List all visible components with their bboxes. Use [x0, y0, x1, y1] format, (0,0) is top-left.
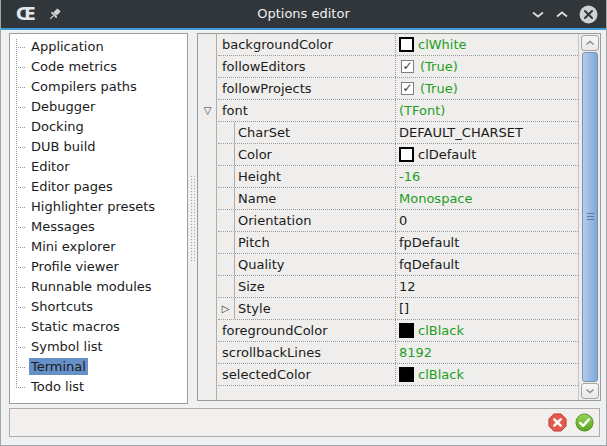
property-value: clBlack	[418, 323, 464, 338]
property-value-cell[interactable]: 0	[396, 210, 578, 231]
property-row[interactable]: scrollbackLines 8192	[218, 342, 578, 364]
property-value: 0	[399, 213, 407, 228]
sidebar-item[interactable]: Code metrics	[10, 57, 187, 77]
scrollbar-up-button[interactable]	[581, 35, 599, 51]
footer-bar	[9, 408, 600, 437]
property-label: backgroundColor	[222, 37, 333, 52]
property-value-cell[interactable]: -16	[396, 166, 578, 187]
sidebar-item-label: Symbol list	[29, 338, 105, 355]
property-value-cell[interactable]: ✓ (True)	[396, 78, 578, 99]
property-value: DEFAULT_CHARSET	[399, 125, 523, 140]
property-row[interactable]: followProjects ✓ (True)	[218, 78, 578, 100]
checkbox[interactable]: ✓	[401, 82, 414, 95]
sidebar-item[interactable]: Editor	[10, 157, 187, 177]
property-value-cell[interactable]: clBlack	[396, 320, 578, 341]
close-button[interactable]	[579, 5, 598, 24]
property-row[interactable]: CharSet DEFAULT_CHARSET	[218, 122, 578, 144]
property-row[interactable]: Size 12	[218, 276, 578, 298]
property-label-cell: followProjects	[218, 78, 396, 99]
sidebar-item[interactable]: Shortcuts	[10, 297, 187, 317]
property-row[interactable]: backgroundColor clWhite	[218, 34, 578, 56]
property-label-cell: font	[218, 100, 396, 121]
sidebar-item[interactable]: Application	[10, 37, 187, 57]
expand-arrow-icon[interactable]: ▷	[219, 302, 232, 315]
scrollbar-thumb[interactable]	[582, 52, 598, 382]
property-value-cell[interactable]: 8192	[396, 342, 578, 363]
sidebar-item[interactable]: Symbol list	[10, 337, 187, 357]
property-value-cell[interactable]: clWhite	[396, 34, 578, 55]
property-label: Color	[238, 147, 272, 162]
property-row[interactable]: Height -16	[218, 166, 578, 188]
color-swatch[interactable]	[399, 37, 414, 52]
property-label: Pitch	[238, 235, 270, 250]
titlebar[interactable]: Œ Options editor	[0, 0, 607, 28]
sidebar-item[interactable]: Highlighter presets	[10, 197, 187, 217]
property-value: clWhite	[418, 37, 467, 52]
chevron-up-icon	[555, 10, 569, 19]
property-value-cell[interactable]: ✓ (True)	[396, 56, 578, 77]
property-label-cell: Quality	[218, 254, 396, 275]
property-value-cell[interactable]: []	[396, 298, 578, 319]
checkbox[interactable]: ✓	[401, 60, 414, 73]
sidebar-item[interactable]: DUB build	[10, 137, 187, 157]
property-value: clDefault	[418, 147, 476, 162]
property-label-cell: Color	[218, 144, 396, 165]
property-label: CharSet	[238, 125, 290, 140]
maximize-button[interactable]	[555, 10, 569, 19]
sidebar-item[interactable]: Messages	[10, 217, 187, 237]
property-row[interactable]: Color clDefault	[218, 144, 578, 166]
property-value-cell[interactable]: 12	[396, 276, 578, 297]
scrollbar-down-button[interactable]	[581, 383, 599, 399]
property-value: []	[399, 301, 409, 316]
sidebar-item[interactable]: Todo list	[10, 377, 187, 397]
property-value-cell[interactable]: fpDefault	[396, 232, 578, 253]
property-value-cell[interactable]: clBlack	[396, 364, 578, 385]
property-value-cell[interactable]: DEFAULT_CHARSET	[396, 122, 578, 143]
property-value-cell[interactable]: fqDefault	[396, 254, 578, 275]
property-row[interactable]: Style []	[218, 298, 578, 320]
sidebar-item[interactable]: Runnable modules	[10, 277, 187, 297]
property-row[interactable]: selectedColor clBlack	[218, 364, 578, 386]
sidebar-item[interactable]: Mini explorer	[10, 237, 187, 257]
color-swatch[interactable]	[399, 367, 414, 382]
property-row[interactable]: Name Monospace	[218, 188, 578, 210]
property-value-cell[interactable]: (TFont)	[396, 100, 578, 121]
sidebar-item[interactable]: Terminal	[10, 357, 187, 377]
property-label: Height	[238, 169, 281, 184]
property-row[interactable]: Quality fqDefault	[218, 254, 578, 276]
property-row[interactable]: font (TFont)	[218, 100, 578, 122]
splitter-grip-icon	[190, 175, 196, 263]
property-row[interactable]: followEditors ✓ (True)	[218, 56, 578, 78]
color-swatch[interactable]	[399, 147, 414, 162]
sidebar-item-label: Runnable modules	[29, 278, 154, 295]
minimize-button[interactable]	[531, 10, 545, 19]
property-value: (True)	[420, 81, 458, 96]
sidebar-list: Application Code metrics Compilers paths…	[10, 37, 187, 397]
property-label-cell: Orientation	[218, 210, 396, 231]
sidebar-item[interactable]: Static macros	[10, 317, 187, 337]
grid-scrollbar[interactable]	[578, 34, 600, 400]
property-value-cell[interactable]: clDefault	[396, 144, 578, 165]
property-grid: backgroundColor clWhite followEditors ✓ …	[197, 33, 601, 401]
property-label-cell: selectedColor	[218, 364, 396, 385]
property-label-cell: Height	[218, 166, 396, 187]
sidebar-item-label: Editor pages	[29, 178, 115, 195]
sidebar-item-label: Docking	[29, 118, 86, 135]
active-window-accent	[0, 28, 607, 30]
property-value-cell[interactable]: Monospace	[396, 188, 578, 209]
collapse-arrow-icon[interactable]: ▽	[201, 104, 214, 117]
cancel-button[interactable]	[548, 413, 567, 432]
sidebar-item[interactable]: Compilers paths	[10, 77, 187, 97]
sidebar-item[interactable]: Docking	[10, 117, 187, 137]
property-row[interactable]: foregroundColor clBlack	[218, 320, 578, 342]
property-value: Monospace	[399, 191, 473, 206]
sidebar-item[interactable]: Profile viewer	[10, 257, 187, 277]
panel-splitter[interactable]	[189, 33, 197, 404]
sidebar-item[interactable]: Debugger	[10, 97, 187, 117]
sidebar-item[interactable]: Editor pages	[10, 177, 187, 197]
property-row[interactable]: Pitch fpDefault	[218, 232, 578, 254]
accept-button[interactable]	[575, 413, 594, 432]
property-row[interactable]: Orientation 0	[218, 210, 578, 232]
color-swatch[interactable]	[399, 323, 414, 338]
options-editor-window: Œ Options editor	[0, 0, 607, 446]
